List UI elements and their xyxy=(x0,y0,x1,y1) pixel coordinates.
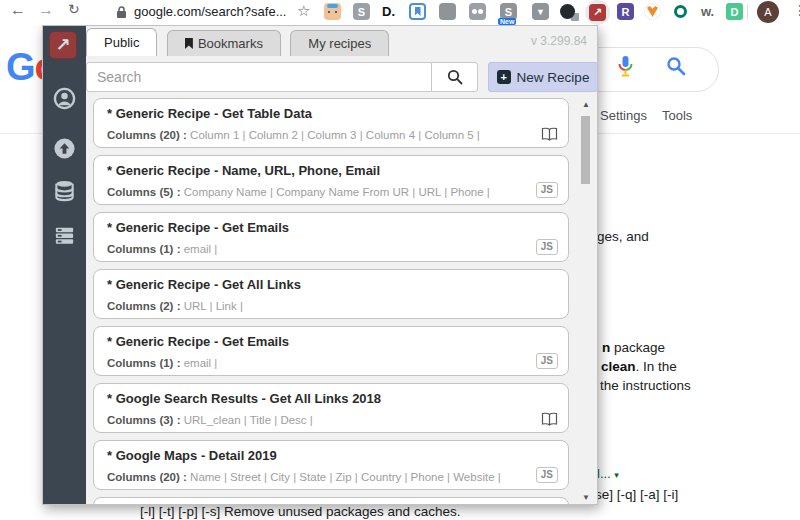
result-url-link[interactable]: l... ▾ xyxy=(597,466,619,481)
recipe-columns: Columns (2) : URL | Link | xyxy=(107,300,528,312)
bookmark-tab-icon xyxy=(185,38,193,49)
tab-bar: Public Bookmarks My recipes xyxy=(86,28,394,56)
new-badge: New xyxy=(498,18,516,25)
recipe-title: * Generic Recipe - Get Table Data xyxy=(107,106,312,121)
url-dropdown-icon[interactable]: ▾ xyxy=(614,470,619,480)
result-snippet: clean. In the xyxy=(601,359,677,374)
recipe-columns: Columns (5) : Company Name | Company Nam… xyxy=(107,186,528,198)
extension-popup: ↗ xyxy=(42,25,598,505)
recipe-columns-values: URL_clean | Title | Desc | xyxy=(180,414,312,426)
search-button[interactable] xyxy=(431,62,478,92)
server-icon[interactable] xyxy=(53,224,76,247)
tab-bookmarks[interactable]: Bookmarks xyxy=(167,30,281,56)
recipe-card[interactable]: * Generic Recipe - Get Table Data Column… xyxy=(93,98,569,148)
recipe-columns-values: Name | Street | City | State | Zip | Cou… xyxy=(187,471,501,483)
scroll-up-icon[interactable]: ▲ xyxy=(579,100,593,109)
lens xyxy=(478,9,483,14)
bookmark-blue-icon[interactable] xyxy=(409,3,426,20)
google-search-icon[interactable] xyxy=(666,56,686,76)
r-purple-icon[interactable]: R xyxy=(617,3,634,20)
recipe-columns-values: Column 1 | Column 2 | Column 3 | Column … xyxy=(187,129,480,141)
reload-icon[interactable]: ↻ xyxy=(68,1,80,17)
version-label: v 3.299.84 xyxy=(531,34,587,48)
forward-icon[interactable]: → xyxy=(38,1,54,19)
recipe-columns-label: Columns (2) : xyxy=(107,300,180,312)
result-snippet: ges, and xyxy=(597,229,649,244)
recipe-title: * Generic Recipe - Get Emails xyxy=(107,220,289,235)
account-icon[interactable] xyxy=(53,87,76,110)
recipe-columns-values: email | xyxy=(180,357,217,369)
tools-link[interactable]: Tools xyxy=(662,108,692,123)
s-gray-icon[interactable]: S xyxy=(353,3,370,20)
tab-bookmarks-label: Bookmarks xyxy=(198,36,263,51)
bookmark-glyph xyxy=(415,7,421,16)
bookmark-star-icon[interactable]: ☆ xyxy=(297,2,310,20)
s-new-icon[interactable]: S New xyxy=(500,3,517,20)
plus-icon: + xyxy=(497,70,511,84)
recipe-title: * Generic Recipe - Name, URL, Phone, Ema… xyxy=(107,163,380,178)
popup-scrollbar[interactable]: ▲ ▼ xyxy=(579,98,593,504)
lens xyxy=(472,9,477,14)
binoculars-icon[interactable] xyxy=(469,3,486,20)
fox-face xyxy=(647,6,658,17)
address-bar[interactable]: google.com/search?safe... xyxy=(134,4,286,19)
recipe-title: * Generic Recipe - Get All Links xyxy=(107,277,301,292)
tab-my-recipes[interactable]: My recipes xyxy=(290,30,389,56)
funnel-glyph: ▼ xyxy=(536,7,545,17)
settings-link[interactable]: Settings xyxy=(600,108,647,123)
js-badge: JS xyxy=(536,467,558,483)
browser-toolbar: ← → ↻ google.com/search?safe... ☆ S D. S… xyxy=(0,0,800,25)
database-icon[interactable] xyxy=(53,179,76,202)
book-icon xyxy=(541,412,558,426)
upload-icon[interactable] xyxy=(53,137,76,160)
gray-app-icon[interactable] xyxy=(439,3,456,20)
recipe-card[interactable]: * Generic Recipe - Get Emails Columns (1… xyxy=(93,326,569,376)
tab-public[interactable]: Public xyxy=(86,28,157,56)
book-icon xyxy=(541,127,558,141)
recipe-title: * Google Maps - Detail 2019 xyxy=(107,448,277,463)
recipe-card[interactable]: * Generic Recipe - Name, URL, Phone, Ema… xyxy=(93,155,569,205)
recipe-columns-values: Company Name | Company Name From UR | UR… xyxy=(180,186,489,198)
dataminer-icon[interactable]: ↗ xyxy=(585,0,610,25)
s-new-letter: S xyxy=(505,6,512,18)
recipe-card-partial[interactable] xyxy=(93,497,569,504)
recipe-card[interactable]: * Generic Recipe - Get Emails Columns (1… xyxy=(93,212,569,262)
recipe-title: * Generic Recipe - Get Emails xyxy=(107,334,289,349)
js-badge: JS xyxy=(536,239,558,255)
back-icon[interactable]: ← xyxy=(10,1,26,19)
chrome-menu-icon[interactable]: ⋮ xyxy=(793,2,800,18)
dataminer-logo-icon[interactable]: ↗ xyxy=(49,31,77,59)
emoji-eye xyxy=(335,11,337,13)
mic-icon[interactable] xyxy=(617,55,634,79)
js-badge: JS xyxy=(536,353,558,369)
toolbar-divider xyxy=(747,4,748,19)
lock-icon xyxy=(116,6,127,19)
search-input[interactable] xyxy=(86,62,432,92)
filter-icon[interactable]: ▼ xyxy=(532,3,549,20)
w-dot-icon[interactable]: w. xyxy=(699,3,716,20)
emoji-face-icon[interactable] xyxy=(324,3,341,20)
popup-sidebar: ↗ xyxy=(43,26,86,504)
recipe-card[interactable]: * Generic Recipe - Get All Links Columns… xyxy=(93,269,569,319)
scroll-thumb[interactable] xyxy=(581,116,590,184)
new-recipe-button[interactable]: + New Recipe xyxy=(488,62,598,92)
profile-avatar[interactable]: A xyxy=(757,1,779,23)
circle-teal-icon[interactable] xyxy=(672,3,689,20)
github-icon[interactable] xyxy=(560,3,577,20)
recipe-card[interactable]: * Google Search Results - Get All Links … xyxy=(93,383,569,433)
snippet-rest: . In the xyxy=(636,359,677,374)
fox-icon[interactable] xyxy=(644,3,661,20)
scroll-down-icon[interactable]: ▼ xyxy=(579,493,593,502)
recipe-title: * Google Search Results - Get All Links … xyxy=(107,391,381,406)
logo-letter-g: G xyxy=(6,46,35,88)
snippet-bold: n xyxy=(602,340,610,355)
d-green-icon[interactable]: D xyxy=(726,3,743,20)
teal-ring xyxy=(674,5,687,18)
recipe-columns-label: Columns (20) : xyxy=(107,471,187,483)
recipe-columns-label: Columns (20) : xyxy=(107,129,187,141)
recipe-columns-label: Columns (1) : xyxy=(107,357,180,369)
new-recipe-label: New Recipe xyxy=(517,70,590,85)
recipe-columns: Columns (1) : email | xyxy=(107,357,528,369)
d-dot-icon[interactable]: D. xyxy=(380,3,397,20)
recipe-card[interactable]: * Google Maps - Detail 2019 Columns (20)… xyxy=(93,440,569,490)
